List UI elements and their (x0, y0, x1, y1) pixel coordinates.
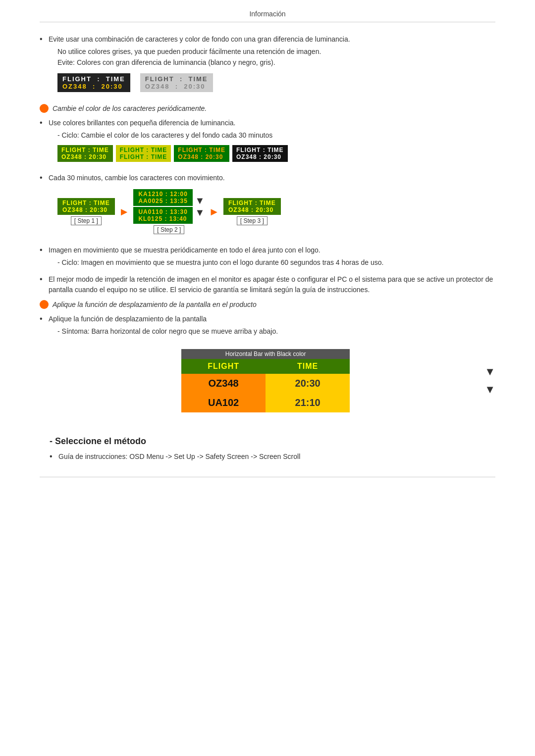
step3-flight: FLIGHT : TIME OZ348 : 20:30 (223, 198, 281, 215)
bullet-dot-5: • (40, 275, 49, 284)
step2a-r2: AA0025 : 13:35 (138, 198, 188, 204)
cycle-box-2-r2: FLIGHT : TIME (120, 153, 167, 160)
footer-line (40, 477, 495, 477)
bullet2-text: Use colores brillantes con pequeña difer… (49, 119, 235, 127)
orange-label-1: Cambie el color de los caracteres periód… (53, 104, 207, 112)
hbar-header-right: TIME (266, 359, 350, 374)
select-method-text: - Seleccione el método (50, 436, 146, 446)
select-method-guide: Guía de instrucciones: OSD Menu -> Set U… (58, 453, 300, 460)
arrow-icon-1: ► (119, 205, 130, 218)
step2b-r2: KL0125 : 13:40 (138, 215, 188, 222)
step3-label: [ Step 3 ] (237, 216, 268, 225)
bullet-dot-2: • (40, 118, 49, 127)
select-method-bullet-dot: • (50, 452, 58, 461)
bullet4-sub1: - Ciclo: Imagen en movimiento que se mue… (57, 258, 495, 266)
bullet-item-1: • Evite usar una combinación de caracter… (40, 34, 495, 99)
cycle-box-1-r2: OZ348 : 20:30 (61, 153, 109, 160)
step2b-r1: UA0110 : 13:30 (138, 208, 188, 215)
select-method-heading: - Seleccione el método (40, 436, 495, 447)
hbar-title-text: Horizontal Bar with Black color (225, 351, 306, 357)
orange-note-2: Aplique la función de desplazamiento de … (40, 300, 495, 309)
select-method-bullet: • Guía de instrucciones: OSD Menu -> Set… (50, 452, 495, 462)
bullet-item-3: • Cada 30 minutos, cambie los caracteres… (40, 173, 495, 240)
bullet-item-2: • Use colores brillantes con pequeña dif… (40, 118, 495, 168)
step1-flight: FLIGHT : TIME OZ348 : 20:30 (57, 198, 115, 215)
bullet-content-3: Cada 30 minutos, cambie los caracteres c… (49, 173, 495, 240)
bullet1-sub1-text: No utilice colores grises, ya que pueden… (57, 48, 321, 55)
bullet1-sub2-text: Evite: Colores con gran diferencia de lu… (57, 58, 275, 66)
bullet-content-6: Aplique la función de desplazamiento de … (49, 314, 495, 426)
orange-circle-icon-2 (40, 300, 49, 309)
bullet-item-5: • El mejor modo de impedir la retención … (40, 274, 495, 295)
bullet-dot-6: • (40, 314, 49, 323)
hbar-title: Horizontal Bar with Black color (181, 349, 350, 359)
cycle-box-4: FLIGHT : TIME OZ348 : 20:30 (232, 145, 288, 162)
bullet4-sub1-text: - Ciclo: Imagen en movimiento que se mue… (57, 258, 383, 266)
bullet2-sub1: - Ciclo: Cambie el color de los caracter… (57, 131, 495, 139)
flight-dark-row1: FLIGHT : TIME (62, 75, 125, 83)
step-box-1: FLIGHT : TIME OZ348 : 20:30 [ Step 1 ] (57, 198, 115, 225)
hbar-arrow-down-2: ▼ (484, 383, 495, 396)
bullet1-text: Evite usar una combinación de caracteres… (49, 35, 350, 43)
bullet6-sub1-text: - Síntoma: Barra horizontal de color neg… (57, 327, 278, 335)
hbar-row1-left: OZ348 (181, 374, 266, 393)
hbar-demo: Horizontal Bar with Black color FLIGHT T… (181, 349, 350, 412)
bullet5-text: El mejor modo de impedir la retención de… (49, 275, 493, 294)
bullet-dot-4: • (40, 246, 49, 254)
bullet-dot-3: • (40, 173, 49, 182)
step2-label: [ Step 2 ] (154, 225, 184, 234)
hbar-wrapper: Horizontal Bar with Black color FLIGHT T… (49, 342, 495, 419)
flight-gray-row1: FLIGHT : TIME (145, 75, 208, 83)
orange-circle-icon-1 (40, 104, 49, 113)
step-box-3: FLIGHT : TIME OZ348 : 20:30 [ Step 3 ] (223, 198, 281, 225)
select-method-content: Guía de instrucciones: OSD Menu -> Set U… (58, 452, 495, 462)
flight-box-dark: FLIGHT : TIME OZ348 : 20:30 (57, 73, 130, 92)
bullet2-sub1-text: - Ciclo: Cambie el color de los caracter… (57, 131, 272, 139)
bullet1-sub1: No utilice colores grises, ya que pueden… (57, 48, 495, 55)
arrow-icon-2: ► (209, 205, 219, 218)
cycle-box-1-r1: FLIGHT : TIME (61, 147, 109, 153)
step1-label: [ Step 1 ] (71, 216, 102, 225)
cycle-box-3-r2: OZ348 : 20:30 (178, 153, 225, 160)
step2-flight-b: UA0110 : 13:30 KL0125 : 13:40 (133, 207, 193, 224)
hbar-row2: UA102 21:10 (181, 393, 350, 412)
page-header: Información (40, 10, 495, 22)
flight-box-gray: FLIGHT : TIME OZ348 : 20:30 (140, 73, 213, 92)
bullet-item-6: • Aplique la función de desplazamiento d… (40, 314, 495, 426)
demo-row-1: FLIGHT : TIME OZ348 : 20:30 FLIGHT : TIM… (57, 73, 495, 92)
step3-r2: OZ348 : 20:30 (228, 206, 276, 213)
cycle-box-3: FLIGHT : TIME OZ348 : 20:30 (174, 145, 229, 162)
bullet6-text: Aplique la función de desplazamiento de … (49, 315, 207, 323)
bullet-content-5: El mejor modo de impedir la retención de… (49, 274, 495, 295)
hbar-header-row: FLIGHT TIME (181, 359, 350, 374)
step2a-r1: KA1210 : 12:00 (138, 191, 188, 198)
header-title: Información (249, 10, 285, 18)
bullet-dot-1: • (40, 35, 49, 44)
bullet4-text: Imagen en movimiento que se muestra peri… (49, 246, 321, 254)
hbar-row2-right: 21:10 (266, 393, 350, 412)
cycle-box-3-r1: FLIGHT : TIME (178, 147, 225, 153)
step3-r1: FLIGHT : TIME (228, 200, 276, 206)
bullet-content-4: Imagen en movimiento que se muestra peri… (49, 245, 495, 269)
cycle-box-4-r1: FLIGHT : TIME (236, 147, 284, 153)
step-box-2: KA1210 : 12:00 AA0025 : 13:35 UA0110 : 1… (133, 189, 205, 234)
hbar-row1-right: 20:30 (266, 374, 350, 393)
cycle-box-4-r2: OZ348 : 20:30 (236, 153, 284, 160)
orange-label-2: Aplique la función de desplazamiento de … (53, 301, 257, 308)
flight-gray-row2: OZ348 : 20:30 (145, 83, 208, 90)
page: Información • Evite usar una combinación… (0, 0, 535, 497)
hbar-side-arrows: ▼ ▼ (484, 365, 495, 396)
orange-note-1: Cambie el color de los caracteres periód… (40, 104, 495, 113)
bullet3-text: Cada 30 minutos, cambie los caracteres c… (49, 174, 225, 182)
hbar-arrow-down-1: ▼ (484, 365, 495, 378)
bullet6-sub1: - Síntoma: Barra horizontal de color neg… (57, 327, 495, 335)
cycle-demo-row: FLIGHT : TIME OZ348 : 20:30 FLIGHT : TIM… (57, 145, 495, 162)
bullet-item-4: • Imagen en movimiento que se muestra pe… (40, 245, 495, 269)
bullet1-sub2: Evite: Colores con gran diferencia de lu… (57, 58, 495, 66)
hbar-header-left: FLIGHT (181, 359, 266, 374)
cycle-box-2: FLIGHT : TIME FLIGHT : TIME (116, 145, 171, 162)
down-arrow-bot: ▼ (195, 207, 205, 217)
step2-flight-a: KA1210 : 12:00 AA0025 : 13:35 (133, 189, 193, 206)
step1-r1: FLIGHT : TIME (62, 200, 110, 206)
cycle-box-2-r1: FLIGHT : TIME (120, 147, 167, 153)
